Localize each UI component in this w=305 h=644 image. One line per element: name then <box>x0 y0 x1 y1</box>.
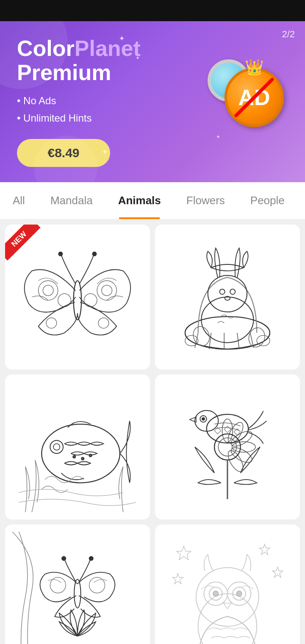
coloring-item-fish[interactable] <box>5 375 150 519</box>
fish-image <box>12 382 143 512</box>
svg-point-57 <box>237 591 242 596</box>
svg-point-21 <box>220 289 225 294</box>
price-button[interactable]: €8.49 <box>17 139 110 167</box>
svg-point-9 <box>46 318 57 328</box>
new-badge <box>5 225 43 263</box>
svg-point-2 <box>92 252 96 256</box>
owl-stars-image <box>162 532 293 644</box>
coloring-grid <box>0 219 305 644</box>
svg-point-47 <box>89 557 93 561</box>
svg-point-28 <box>53 444 60 450</box>
svg-point-18 <box>257 336 270 346</box>
svg-point-26 <box>42 424 120 483</box>
crown-icon: 👑 <box>245 58 264 76</box>
svg-point-49 <box>89 577 105 593</box>
svg-point-5 <box>43 285 53 296</box>
tab-all[interactable]: All <box>0 182 38 219</box>
svg-point-56 <box>213 591 218 596</box>
category-tab-bar: All Mandala Animals Flowers People <box>0 182 305 219</box>
svg-point-36 <box>229 445 254 466</box>
svg-point-1 <box>58 252 62 256</box>
svg-point-6 <box>102 285 112 296</box>
page-count: 2/2 <box>282 29 295 40</box>
coloring-item-butterfly-lotus[interactable] <box>5 525 150 644</box>
svg-point-51 <box>196 568 259 627</box>
svg-point-7 <box>58 294 71 307</box>
star-decoration: ✦ <box>119 34 125 43</box>
bird-sunflower-image <box>162 382 293 512</box>
svg-point-27 <box>50 441 63 454</box>
coloring-item-butterfly[interactable] <box>5 225 150 369</box>
svg-point-31 <box>89 454 92 457</box>
coloring-item-bunny[interactable] <box>155 225 300 369</box>
svg-point-8 <box>84 294 97 307</box>
svg-point-30 <box>81 458 84 460</box>
svg-point-48 <box>50 577 66 593</box>
coloring-item-owl-stars[interactable] <box>155 525 300 644</box>
svg-point-46 <box>62 557 66 561</box>
promo-banner[interactable]: 2/2 ✦ ✦ ✦ ✦ ColorPlanet Premium • No Ads… <box>0 21 305 182</box>
svg-point-4 <box>97 281 116 300</box>
bunny-image <box>162 232 293 362</box>
svg-point-20 <box>208 275 247 312</box>
banner-illustration: 👑 AD <box>169 42 297 161</box>
tab-mandala[interactable]: Mandala <box>38 182 105 219</box>
star-decoration: ✦ <box>102 147 108 157</box>
svg-line-12 <box>195 333 198 348</box>
status-bar <box>0 0 305 21</box>
svg-point-29 <box>73 455 75 458</box>
tab-animals[interactable]: Animals <box>105 182 174 219</box>
banner-title-planet: Planet <box>75 36 141 61</box>
banner-title-color: Color <box>17 36 75 61</box>
svg-point-22 <box>230 289 235 294</box>
svg-point-10 <box>98 318 109 328</box>
ad-coin-icon: 👑 AD <box>225 68 288 131</box>
butterfly-lotus-image <box>12 532 143 644</box>
svg-point-43 <box>202 418 205 420</box>
svg-point-3 <box>39 281 58 300</box>
star-decoration: ✦ <box>136 55 140 61</box>
tab-flowers[interactable]: Flowers <box>174 182 238 219</box>
coloring-item-bird-sunflower[interactable] <box>155 375 300 519</box>
banner-title-line2: Premium <box>17 60 111 85</box>
svg-point-39 <box>218 438 236 456</box>
tab-people[interactable]: People <box>238 182 297 219</box>
ad-coin-body: 👑 AD <box>225 68 284 127</box>
